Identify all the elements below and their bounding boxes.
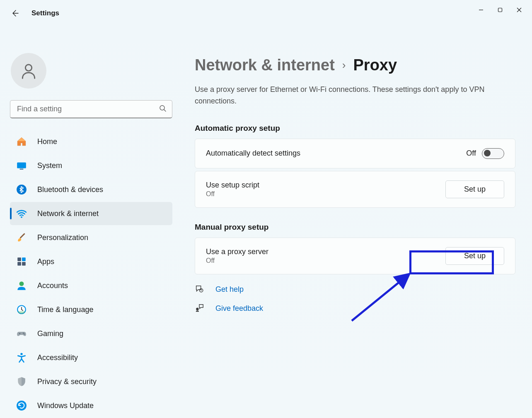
svg-point-25 bbox=[196, 307, 198, 310]
setup-script-status: Off bbox=[206, 190, 259, 198]
svg-rect-13 bbox=[17, 262, 21, 266]
search-box bbox=[10, 100, 172, 118]
sidebar-item-label: System bbox=[37, 161, 62, 170]
svg-text:?: ? bbox=[201, 289, 202, 292]
sidebar-item-privacy[interactable]: Privacy & security bbox=[10, 370, 172, 393]
sidebar-item-apps[interactable]: Apps bbox=[10, 250, 172, 273]
app-title: Settings bbox=[31, 9, 59, 17]
proxy-server-setup-button[interactable]: Set up bbox=[445, 247, 504, 265]
sidebar-item-label: Bluetooth & devices bbox=[37, 185, 103, 194]
wifi-icon bbox=[16, 208, 27, 219]
sidebar-item-accessibility[interactable]: Accessibility bbox=[10, 346, 172, 369]
svg-point-20 bbox=[24, 334, 24, 334]
accounts-icon bbox=[16, 280, 27, 291]
breadcrumb-current: Proxy bbox=[353, 56, 397, 74]
setup-script-label: Use setup script bbox=[206, 181, 259, 190]
breadcrumb: Network & internet › Proxy bbox=[195, 56, 515, 74]
user-icon bbox=[19, 62, 38, 80]
sidebar-nav: Home System Bluetooth & devices Network … bbox=[10, 130, 172, 417]
minimize-button[interactable] bbox=[472, 3, 491, 17]
sidebar-item-network[interactable]: Network & internet bbox=[10, 202, 172, 225]
card-auto-detect: Automatically detect settings Off bbox=[195, 139, 515, 168]
svg-point-5 bbox=[160, 106, 164, 110]
sidebar-item-system[interactable]: System bbox=[10, 154, 172, 177]
topbar: Settings bbox=[10, 8, 59, 18]
svg-rect-1 bbox=[498, 8, 502, 12]
svg-rect-11 bbox=[17, 257, 21, 261]
search-icon bbox=[159, 105, 167, 114]
help-icon: ? bbox=[195, 284, 205, 295]
sidebar-item-bluetooth[interactable]: Bluetooth & devices bbox=[10, 178, 172, 201]
main-content: Network & internet › Proxy Use a proxy s… bbox=[182, 45, 532, 418]
sidebar-item-personalization[interactable]: Personalization bbox=[10, 226, 172, 249]
svg-point-18 bbox=[19, 333, 20, 334]
clock-icon bbox=[16, 304, 27, 315]
sidebar-item-label: Privacy & security bbox=[37, 377, 97, 386]
footer-links: ? Get help Give feedback bbox=[195, 284, 515, 314]
update-icon bbox=[16, 400, 27, 411]
get-help-link[interactable]: Get help bbox=[215, 285, 244, 294]
brush-icon bbox=[16, 232, 27, 243]
apps-icon bbox=[16, 256, 27, 267]
svg-point-22 bbox=[17, 401, 27, 411]
system-icon bbox=[16, 160, 27, 171]
svg-point-21 bbox=[20, 353, 22, 355]
sidebar-item-label: Apps bbox=[37, 257, 54, 266]
sidebar-item-home[interactable]: Home bbox=[10, 130, 172, 153]
chevron-right-icon: › bbox=[342, 59, 346, 72]
auto-detect-label: Automatically detect settings bbox=[206, 149, 300, 158]
svg-rect-7 bbox=[17, 162, 26, 168]
sidebar-item-time-language[interactable]: Time & language bbox=[10, 298, 172, 321]
svg-rect-14 bbox=[22, 262, 26, 266]
sidebar-item-label: Windows Update bbox=[37, 401, 94, 410]
section-title-manual: Manual proxy setup bbox=[195, 223, 515, 232]
sidebar-item-gaming[interactable]: Gaming bbox=[10, 322, 172, 345]
setup-script-button[interactable]: Set up bbox=[445, 180, 504, 198]
gamepad-icon bbox=[16, 328, 27, 339]
sidebar-item-label: Time & language bbox=[37, 305, 93, 314]
sidebar-item-label: Network & internet bbox=[37, 209, 99, 218]
proxy-server-label: Use a proxy server bbox=[206, 247, 268, 256]
give-feedback-link[interactable]: Give feedback bbox=[215, 304, 263, 313]
sidebar-item-label: Home bbox=[37, 137, 57, 146]
svg-point-19 bbox=[23, 333, 24, 334]
sidebar-item-label: Accounts bbox=[37, 281, 68, 290]
back-button[interactable] bbox=[10, 8, 20, 18]
proxy-server-status: Off bbox=[206, 257, 268, 264]
svg-point-15 bbox=[19, 281, 24, 286]
avatar[interactable] bbox=[11, 53, 46, 89]
auto-detect-toggle[interactable] bbox=[482, 148, 504, 159]
accessibility-icon bbox=[16, 352, 27, 363]
maximize-button[interactable] bbox=[491, 3, 510, 17]
sidebar-item-label: Accessibility bbox=[37, 353, 78, 362]
titlebar bbox=[0, 0, 532, 20]
svg-line-6 bbox=[164, 110, 166, 111]
section-title-automatic: Automatic proxy setup bbox=[195, 124, 515, 133]
feedback-icon bbox=[195, 303, 205, 314]
sidebar-item-label: Personalization bbox=[37, 233, 88, 242]
svg-rect-8 bbox=[20, 169, 24, 170]
svg-point-4 bbox=[25, 65, 31, 71]
sidebar: Home System Bluetooth & devices Network … bbox=[0, 45, 182, 418]
svg-rect-12 bbox=[22, 257, 26, 261]
sidebar-item-windows-update[interactable]: Windows Update bbox=[10, 394, 172, 417]
close-button[interactable] bbox=[510, 3, 529, 17]
sidebar-item-accounts[interactable]: Accounts bbox=[10, 274, 172, 297]
breadcrumb-parent[interactable]: Network & internet bbox=[195, 56, 335, 74]
search-input[interactable] bbox=[10, 100, 172, 118]
home-icon bbox=[16, 136, 27, 147]
toggle-state-label: Off bbox=[466, 149, 476, 158]
sidebar-item-label: Gaming bbox=[37, 329, 63, 338]
bluetooth-icon bbox=[16, 184, 27, 195]
card-setup-script: Use setup script Off Set up bbox=[195, 171, 515, 208]
card-proxy-server: Use a proxy server Off Set up bbox=[195, 238, 515, 274]
shield-icon bbox=[16, 376, 27, 387]
svg-point-10 bbox=[21, 216, 22, 218]
page-description: Use a proxy server for Ethernet or Wi-Fi… bbox=[195, 84, 515, 107]
